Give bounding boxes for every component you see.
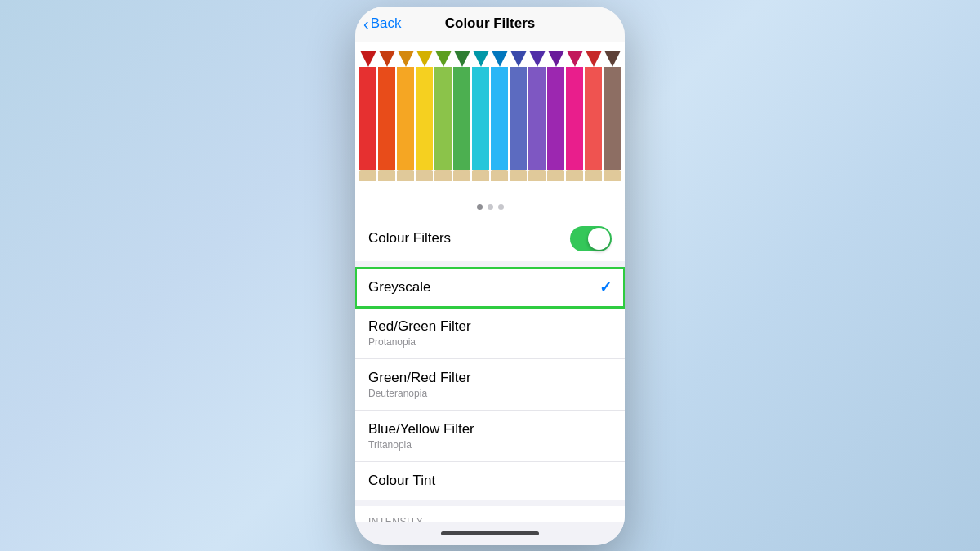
pencil xyxy=(359,51,376,181)
pencil-body xyxy=(434,67,452,170)
back-button[interactable]: ‹ Back xyxy=(363,15,401,33)
pencil-eraser xyxy=(604,170,621,181)
filter-options-list: Greyscale ✓ Red/Green Filter Protanopia … xyxy=(355,268,625,500)
phone-frame: ‹ Back Colour Filters Colour Filters Gre… xyxy=(355,7,625,545)
option-colour-tint[interactable]: Colour Tint xyxy=(355,462,625,500)
option-blue-yellow[interactable]: Blue/Yellow Filter Tritanopia xyxy=(355,411,625,462)
pencil-body xyxy=(528,67,546,170)
dot-2 xyxy=(488,204,493,210)
pencil-tip xyxy=(398,51,414,67)
pencil-tip xyxy=(604,51,621,67)
colour-filters-label: Colour Filters xyxy=(368,230,451,247)
option-blue-yellow-text: Blue/Yellow Filter Tritanopia xyxy=(368,421,474,451)
page-title: Colour Filters xyxy=(445,16,536,32)
option-red-green-text: Red/Green Filter Protanopia xyxy=(368,318,471,348)
home-bar xyxy=(441,531,539,535)
option-green-red-text: Green/Red Filter Deuteranopia xyxy=(368,370,471,399)
colour-filters-toggle[interactable] xyxy=(570,226,612,251)
pencil-eraser xyxy=(416,170,433,181)
pencil-body xyxy=(566,67,583,170)
pencil xyxy=(510,51,527,181)
pencil-tip xyxy=(529,51,546,67)
option-greyscale-name: Greyscale xyxy=(368,279,431,295)
pencil-body xyxy=(491,67,508,170)
colour-filters-toggle-row: Colour Filters xyxy=(355,216,625,261)
pencil-tip xyxy=(454,51,470,67)
pencil-tip xyxy=(473,51,489,67)
pencil-eraser xyxy=(585,170,602,181)
pencil xyxy=(397,51,414,181)
pencil-body xyxy=(453,67,470,170)
back-chevron-icon: ‹ xyxy=(363,15,369,33)
option-blue-yellow-sub: Tritanopia xyxy=(368,439,474,451)
pencil-body xyxy=(472,67,489,170)
dot-3 xyxy=(498,204,504,210)
pencil-tip xyxy=(435,51,452,67)
option-red-green-sub: Protanopia xyxy=(368,336,471,348)
pencil xyxy=(378,51,395,181)
option-colour-tint-name: Colour Tint xyxy=(368,473,435,489)
pencil-body xyxy=(547,67,564,170)
option-green-red-sub: Deuteranopia xyxy=(368,388,471,399)
pencil-tip xyxy=(416,51,433,67)
home-indicator xyxy=(355,522,625,545)
pencil xyxy=(416,51,433,181)
pencil-tip xyxy=(360,51,376,67)
pencil-eraser xyxy=(472,170,489,181)
pencil-tip xyxy=(510,51,527,67)
pencil-tip xyxy=(586,51,602,67)
pencil xyxy=(566,51,583,181)
pencil-body xyxy=(397,67,414,170)
intensity-section: INTENSITY xyxy=(355,506,625,522)
pencil-tip xyxy=(379,51,395,67)
intensity-label: INTENSITY xyxy=(368,516,612,522)
pencil-eraser xyxy=(359,170,376,181)
pagination-dots xyxy=(355,198,625,216)
option-red-green-name: Red/Green Filter xyxy=(368,318,471,335)
pencil xyxy=(472,51,489,181)
option-blue-yellow-name: Blue/Yellow Filter xyxy=(368,421,474,438)
option-greyscale-text: Greyscale xyxy=(368,279,431,295)
pencil xyxy=(528,51,546,181)
pencil-body xyxy=(359,67,376,170)
pencil xyxy=(547,51,564,181)
pencil-tip xyxy=(567,51,583,67)
pencil-eraser xyxy=(397,170,414,181)
pencil-eraser xyxy=(378,170,395,181)
pencil-eraser xyxy=(453,170,470,181)
pencil-tip xyxy=(492,51,508,67)
option-colour-tint-text: Colour Tint xyxy=(368,473,435,489)
pencil-body xyxy=(416,67,433,170)
pencil-eraser xyxy=(434,170,452,181)
back-label: Back xyxy=(371,16,402,32)
pencil-eraser xyxy=(566,170,583,181)
dot-1 xyxy=(477,204,483,210)
greyscale-checkmark: ✓ xyxy=(599,278,612,296)
option-greyscale[interactable]: Greyscale ✓ xyxy=(355,268,625,308)
pencils-illustration xyxy=(355,42,625,198)
settings-content: Colour Filters Greyscale ✓ Red/Green Fil… xyxy=(355,216,625,522)
option-green-red-name: Green/Red Filter xyxy=(368,370,471,386)
pencil xyxy=(585,51,602,181)
pencil-eraser xyxy=(491,170,508,181)
toggle-knob xyxy=(588,228,610,250)
nav-header: ‹ Back Colour Filters xyxy=(355,7,625,42)
pencil-body xyxy=(510,67,527,170)
pencil-eraser xyxy=(547,170,564,181)
pencil-eraser xyxy=(528,170,546,181)
pencil-eraser xyxy=(510,170,527,181)
pencil xyxy=(491,51,508,181)
pencil xyxy=(453,51,470,181)
pencil-body xyxy=(378,67,395,170)
option-red-green[interactable]: Red/Green Filter Protanopia xyxy=(355,308,625,359)
option-green-red[interactable]: Green/Red Filter Deuteranopia xyxy=(355,359,625,411)
pencils-canvas xyxy=(355,42,625,181)
pencil xyxy=(604,51,621,181)
pencil xyxy=(434,51,452,181)
pencil-tip xyxy=(548,51,564,67)
pencil-body xyxy=(585,67,602,170)
pencil-body xyxy=(604,67,621,170)
